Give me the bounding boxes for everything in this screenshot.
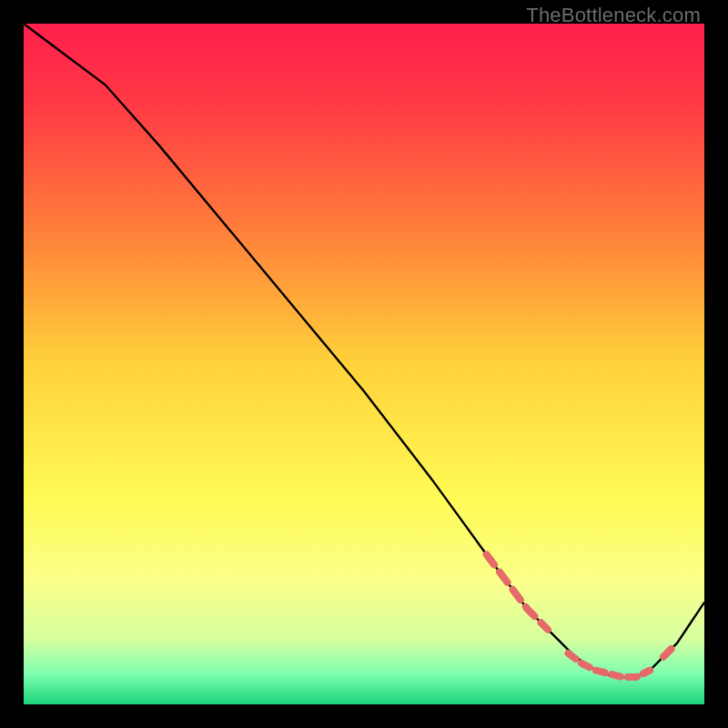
gradient-background <box>24 24 704 704</box>
watermark-text: TheBottleneck.com <box>526 4 701 27</box>
chart-frame <box>24 24 704 704</box>
chart-plot <box>24 24 704 704</box>
